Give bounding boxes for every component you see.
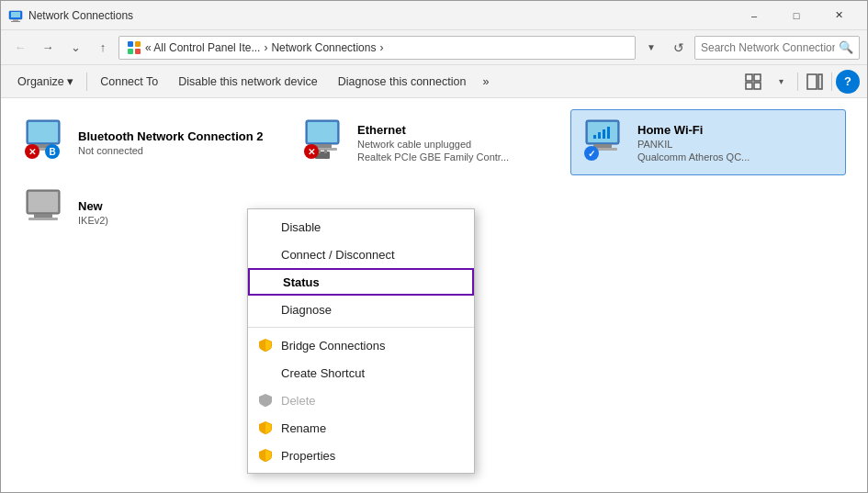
address-dropdown-button[interactable]: ▼ (639, 36, 663, 60)
svg-rect-7 (135, 49, 141, 54)
title-bar: Network Connections – □ ✕ (1, 1, 867, 30)
minimize-button[interactable]: – (733, 1, 775, 30)
bluetooth-info: Bluetooth Network Connection 2 Not conne… (78, 129, 278, 156)
ctx-disable[interactable]: Disable (248, 213, 474, 241)
view-toggle-button[interactable] (740, 69, 766, 95)
ctx-status[interactable]: Status (248, 268, 474, 296)
ctx-bridge-shield-icon (257, 337, 274, 353)
ctx-delete-shield-icon (257, 392, 274, 409)
ctx-properties-label: Properties (281, 449, 335, 463)
ctx-rename[interactable]: Rename (248, 414, 474, 442)
forward-button[interactable]: → (36, 36, 60, 60)
ctx-rename-label: Rename (281, 421, 326, 435)
svg-rect-11 (754, 83, 761, 89)
svg-rect-2 (13, 19, 18, 21)
wifi-name: Home Wi-Fi (637, 123, 836, 137)
ctx-status-label: Status (283, 275, 320, 289)
svg-rect-1 (11, 12, 20, 17)
ethernet-icon-wrapper: ✕ (300, 118, 348, 166)
search-input[interactable] (701, 41, 835, 54)
svg-rect-5 (135, 41, 141, 47)
main-window: Network Connections – □ ✕ ← → ⌄ ↑ « All … (0, 0, 868, 493)
recent-button[interactable]: ⌄ (63, 36, 87, 60)
ctx-shortcut-label: Create Shortcut (281, 366, 365, 380)
svg-text:✕: ✕ (308, 147, 315, 157)
bluetooth-pc-icon: ✕ B (21, 118, 65, 161)
toolbar-separator-3 (831, 73, 832, 91)
ctx-connect-disconnect[interactable]: Connect / Disconnect (248, 241, 474, 268)
back-button[interactable]: ← (8, 36, 32, 60)
svg-rect-10 (746, 83, 752, 89)
breadcrumb-part1: « All Control Panel Ite... (145, 41, 260, 54)
breadcrumb-sep2: › (379, 41, 383, 54)
wifi-adapter: Qualcomm Atheros QC... (637, 151, 836, 162)
svg-rect-33 (593, 135, 596, 139)
svg-text:✕: ✕ (28, 147, 36, 157)
address-field[interactable]: « All Control Panel Ite... › Network Con… (118, 36, 636, 60)
close-button[interactable]: ✕ (817, 1, 860, 30)
ctx-properties[interactable]: Properties (248, 442, 474, 469)
bluetooth-name: Bluetooth Network Connection 2 (78, 129, 278, 143)
svg-rect-13 (818, 74, 822, 89)
ctx-rename-shield-icon (257, 420, 274, 436)
refresh-button[interactable]: ↺ (667, 36, 691, 60)
svg-rect-43 (34, 214, 52, 218)
details-pane-icon (806, 73, 823, 90)
network-item-vpn[interactable]: New IKEv2) (12, 179, 287, 245)
wifi-ssid: PANKIL (637, 139, 836, 150)
organize-button[interactable]: Organize ▾ (8, 69, 83, 95)
vpn-pc-icon (21, 188, 65, 230)
ctx-disable-label: Disable (281, 220, 321, 234)
svg-rect-37 (593, 144, 612, 148)
ctx-diagnose-label: Diagnose (281, 303, 332, 317)
ctx-bridge-label: Bridge Connections (281, 339, 385, 353)
ctx-properties-shield-icon (257, 447, 274, 464)
network-item-bluetooth[interactable]: ✕ B Bluetooth Network Connection 2 Not c… (12, 109, 287, 175)
ctx-connect-label: Connect / Disconnect (281, 248, 395, 262)
svg-rect-34 (598, 132, 601, 139)
svg-rect-3 (11, 21, 20, 22)
svg-text:B: B (49, 147, 55, 157)
toolbar: Organize ▾ Connect To Disable this netwo… (1, 65, 867, 98)
window-title: Network Connections (28, 9, 733, 22)
network-item-ethernet[interactable]: ✕ Ethernet Network cable unplugged Realt… (291, 109, 567, 175)
ethernet-status: Network cable unplugged (357, 139, 558, 150)
up-button[interactable]: ↑ (91, 36, 115, 60)
disable-network-button[interactable]: Disable this network device (169, 69, 326, 95)
view-dropdown-button[interactable]: ▾ (768, 69, 794, 95)
svg-rect-12 (807, 74, 817, 89)
toolbar-separator-1 (86, 73, 87, 91)
toolbar-separator-2 (797, 73, 798, 91)
address-bar: ← → ⌄ ↑ « All Control Panel Ite... › Net… (1, 30, 867, 65)
maximize-button[interactable]: □ (775, 1, 817, 30)
network-item-wifi[interactable]: ✓ Home Wi-Fi PANKIL Qualcomm Atheros QC.… (570, 109, 846, 175)
wifi-info: Home Wi-Fi PANKIL Qualcomm Atheros QC... (637, 123, 836, 162)
svg-rect-42 (28, 192, 58, 212)
more-toolbar-button[interactable]: » (477, 69, 494, 95)
vpn-icon-wrapper (21, 188, 69, 236)
help-button[interactable]: ? (836, 70, 860, 94)
ctx-create-shortcut[interactable]: Create Shortcut (248, 359, 474, 387)
content-area: ✕ B Bluetooth Network Connection 2 Not c… (1, 98, 867, 492)
view-grid-icon (745, 73, 761, 90)
search-field[interactable]: 🔍 (694, 36, 860, 60)
wifi-icon-wrapper: ✓ (581, 118, 628, 166)
connect-to-button[interactable]: Connect To (91, 69, 167, 95)
ctx-diagnose[interactable]: Diagnose (248, 296, 474, 323)
diagnose-connection-button[interactable]: Diagnose this connection (329, 69, 476, 95)
svg-rect-9 (754, 74, 761, 81)
svg-rect-23 (308, 122, 337, 142)
svg-rect-36 (607, 127, 610, 139)
svg-rect-35 (603, 129, 605, 139)
ethernet-adapter: Realtek PCIe GBE Family Contr... (357, 151, 558, 162)
breadcrumb: « All Control Panel Ite... › Network Con… (127, 40, 383, 55)
search-icon: 🔍 (839, 40, 853, 54)
wifi-pc-icon: ✓ (581, 118, 625, 161)
ctx-delete[interactable]: Delete (248, 387, 474, 414)
svg-rect-15 (28, 122, 58, 142)
ctx-delete-label: Delete (281, 394, 316, 408)
svg-rect-8 (746, 74, 752, 81)
ctx-bridge[interactable]: Bridge Connections (248, 331, 474, 359)
details-pane-button[interactable] (802, 69, 828, 95)
bluetooth-status: Not connected (78, 145, 278, 156)
